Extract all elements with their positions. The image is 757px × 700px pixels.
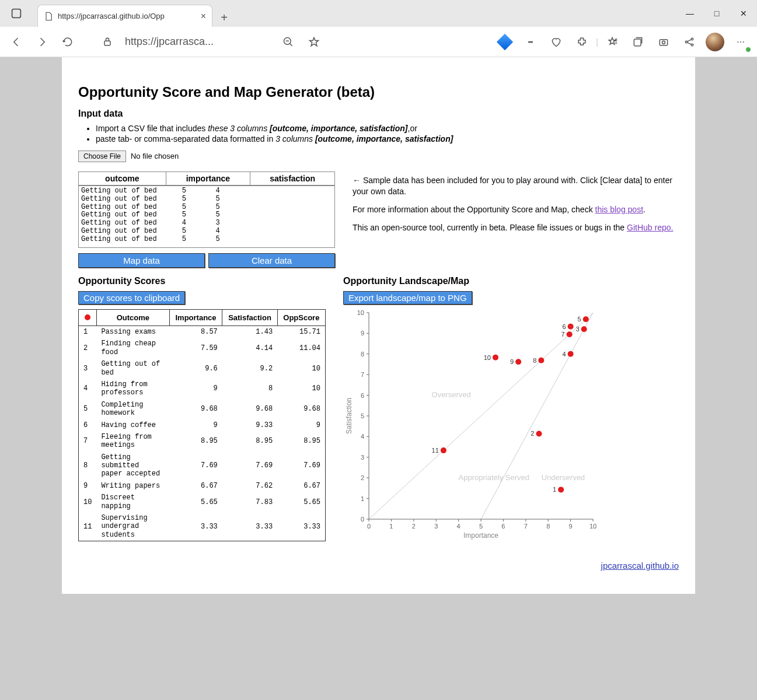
- svg-rect-7: [634, 39, 641, 46]
- share-icon[interactable]: [678, 30, 701, 54]
- refresh-button[interactable]: [56, 30, 79, 54]
- svg-text:2: 2: [531, 430, 534, 437]
- titlebar: https://jpcarrascal.github.io/Opp × + — …: [0, 0, 757, 27]
- blog-post-link[interactable]: this blog post: [595, 205, 644, 214]
- table-row: 11Supervising undergradstudents3.333.333…: [79, 512, 326, 541]
- svg-text:7: 7: [561, 331, 565, 338]
- svg-text:4: 4: [562, 351, 566, 358]
- input-header-table: outcome importance satisfaction: [78, 172, 335, 186]
- svg-point-68: [536, 430, 542, 436]
- tabs-overview-icon[interactable]: [0, 0, 33, 27]
- browser-toolbar: https://jpcarrasca... | ⋯: [0, 27, 757, 57]
- th-outcome: Outcome: [96, 310, 169, 326]
- heart-icon[interactable]: [545, 30, 568, 54]
- svg-text:5: 5: [578, 316, 581, 323]
- table-row: 10Discreet napping5.657.835.65: [79, 492, 326, 512]
- svg-point-11: [691, 38, 693, 40]
- svg-point-72: [568, 351, 574, 357]
- svg-text:2: 2: [361, 474, 364, 481]
- table-row: 9Writing papers6.677.626.67: [79, 480, 326, 492]
- footer-link[interactable]: jpcarrascal.github.io: [601, 561, 679, 570]
- svg-point-10: [685, 41, 687, 43]
- table-row: 7Fleeing from meetings8.958.958.95: [79, 431, 326, 452]
- svg-text:0: 0: [361, 516, 364, 523]
- map-data-button[interactable]: Map data: [78, 253, 205, 268]
- hint-opensource: This an open-source tool, currently in b…: [353, 222, 679, 233]
- svg-text:1: 1: [389, 523, 393, 530]
- svg-point-5: [531, 41, 532, 43]
- export-png-button[interactable]: Export landscape/map to PNG: [343, 291, 472, 304]
- svg-text:9: 9: [569, 523, 573, 530]
- copy-scores-button[interactable]: Copy scores to clipboard: [78, 291, 185, 304]
- zoom-out-icon[interactable]: [277, 30, 300, 54]
- svg-text:9: 9: [361, 330, 364, 337]
- file-chosen-label: No file chosen: [131, 152, 179, 160]
- svg-text:0: 0: [367, 523, 371, 530]
- svg-text:2: 2: [412, 523, 416, 530]
- svg-text:6: 6: [501, 523, 505, 530]
- collections-icon[interactable]: [626, 30, 650, 54]
- svg-text:11: 11: [432, 447, 439, 454]
- map-heading: Opportunity Landscape/Map: [343, 276, 679, 286]
- table-row: 4Hiding from professors9810: [79, 379, 326, 399]
- close-tab-icon[interactable]: ×: [201, 11, 206, 22]
- page-title: Opportunity Score and Map Generator (bet…: [78, 84, 679, 100]
- svg-text:Underserved: Underserved: [542, 473, 585, 482]
- forward-button[interactable]: [30, 30, 54, 54]
- svg-point-4: [529, 41, 530, 43]
- col-outcome: outcome: [79, 172, 166, 186]
- svg-rect-0: [12, 9, 21, 18]
- svg-text:8: 8: [546, 523, 550, 530]
- choose-file-button[interactable]: Choose File: [78, 150, 126, 162]
- close-window-button[interactable]: ✕: [730, 2, 757, 25]
- favorites-list-icon[interactable]: [601, 30, 624, 54]
- github-repo-link[interactable]: GitHub repo.: [627, 223, 673, 232]
- svg-text:7: 7: [361, 371, 364, 378]
- profile-avatar[interactable]: [703, 30, 727, 54]
- svg-text:1: 1: [361, 495, 364, 502]
- svg-text:4: 4: [457, 523, 461, 530]
- svg-text:10: 10: [357, 309, 364, 316]
- svg-text:4: 4: [361, 433, 364, 440]
- svg-text:9: 9: [510, 358, 514, 365]
- table-row: 6Having coffee99.339: [79, 419, 326, 431]
- svg-point-74: [583, 316, 589, 322]
- back-button[interactable]: [5, 30, 28, 54]
- table-row: 1Passing exams8.571.4315.71: [79, 326, 326, 338]
- scores-heading: Opportunity Scores: [78, 276, 326, 286]
- favorite-icon[interactable]: [302, 30, 326, 54]
- tab-title: https://jpcarrascal.github.io/Opp: [58, 12, 196, 20]
- svg-line-14: [481, 313, 593, 519]
- more-menu-icon[interactable]: ⋯: [729, 30, 752, 54]
- extensions-icon[interactable]: [570, 30, 594, 54]
- svg-text:10: 10: [484, 354, 491, 361]
- new-tab-button[interactable]: +: [215, 8, 233, 27]
- svg-text:Importance: Importance: [463, 531, 498, 540]
- diamond-icon[interactable]: [493, 30, 517, 54]
- svg-text:5: 5: [479, 523, 483, 530]
- svg-point-6: [532, 41, 533, 43]
- svg-text:3: 3: [361, 454, 364, 461]
- svg-point-76: [568, 324, 574, 330]
- browser-tab[interactable]: https://jpcarrascal.github.io/Opp ×: [37, 5, 212, 27]
- th-importance: Importance: [169, 310, 222, 326]
- svg-point-86: [441, 447, 446, 453]
- page-icon: [44, 12, 53, 21]
- th-oppscore: OppScore: [277, 310, 325, 326]
- chat-icon[interactable]: [519, 30, 542, 54]
- svg-text:8: 8: [533, 357, 536, 364]
- minimize-button[interactable]: —: [676, 2, 703, 25]
- svg-point-84: [493, 355, 498, 360]
- svg-text:Overserved: Overserved: [432, 390, 471, 399]
- svg-text:3: 3: [434, 523, 438, 530]
- data-textarea[interactable]: [78, 186, 335, 248]
- dot-icon: [85, 314, 90, 320]
- svg-text:6: 6: [361, 392, 364, 399]
- maximize-button[interactable]: □: [703, 2, 730, 25]
- screenshot-icon[interactable]: [652, 30, 675, 54]
- opportunity-map-chart: OverservedAppropriately ServedUnderserve…: [343, 308, 600, 541]
- table-row: 3Getting out ofbed9.69.210: [79, 358, 326, 379]
- address-bar[interactable]: https://jpcarrasca...: [125, 36, 271, 48]
- site-info-icon[interactable]: [96, 30, 119, 54]
- clear-data-button[interactable]: Clear data: [208, 253, 335, 268]
